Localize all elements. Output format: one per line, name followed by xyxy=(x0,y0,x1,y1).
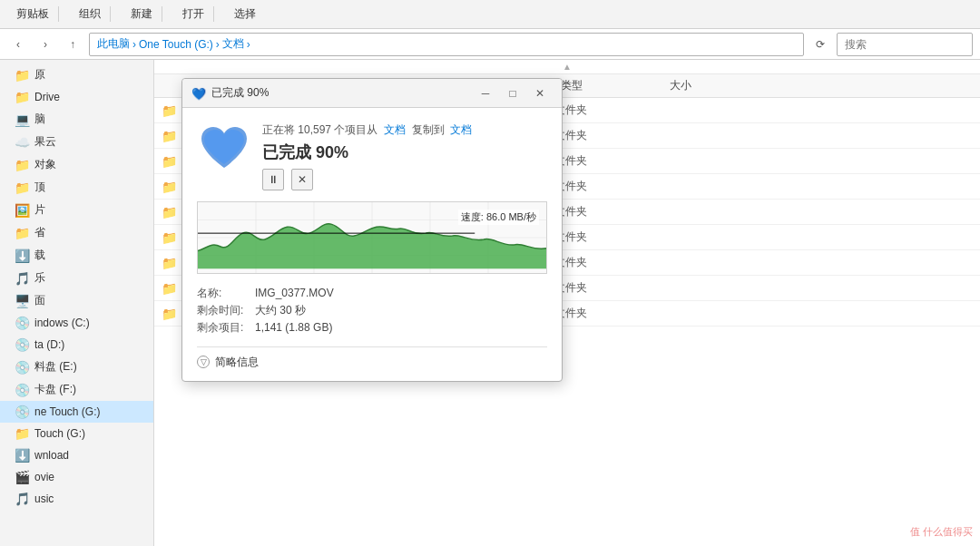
content-area: ▲ 名称 修改日期 类型 大小 📁 2021/4/15 16:45 文件夹 📁 … xyxy=(154,60,980,546)
sidebar-label-9: 乐 xyxy=(34,270,45,286)
sidebar-label-17: wnload xyxy=(34,449,69,462)
copy-subtitle-text: 正在将 10,597 个项目从 xyxy=(262,123,377,136)
sidebar-label-4: 对象 xyxy=(34,157,56,172)
stop-button[interactable]: ✕ xyxy=(291,169,313,190)
refresh-button[interactable]: ⟳ xyxy=(809,34,831,55)
sidebar-item-18[interactable]: 🎬 ovie xyxy=(0,466,153,488)
address-path[interactable]: 此电脑 › One Touch (G:) › 文档 › xyxy=(89,33,804,56)
file-type-6: 文件夹 xyxy=(554,255,663,270)
sidebar-item-17[interactable]: ⬇️ wnload xyxy=(0,444,153,466)
toolbar: 剪贴板 组织 新建 打开 选择 xyxy=(0,0,980,29)
path-drive[interactable]: One Touch (G:) xyxy=(139,38,213,51)
sidebar-item-0[interactable]: 📁 原 xyxy=(0,63,153,86)
addressbar: ‹ › ↑ 此电脑 › One Touch (G:) › 文档 › ⟳ xyxy=(0,29,980,60)
summary-toggle[interactable]: ▽ 简略信息 xyxy=(197,355,547,370)
sidebar-label-19: usic xyxy=(34,492,54,505)
sidebar-item-13[interactable]: 💿 料盘 (E:) xyxy=(0,356,153,378)
sidebar-item-5[interactable]: 📁 顶 xyxy=(0,176,153,199)
copy-dialog-icon: 💙 xyxy=(191,86,206,101)
sidebar-item-4[interactable]: 📁 对象 xyxy=(0,153,153,176)
sidebar-label-18: ovie xyxy=(34,471,54,483)
up-button[interactable]: ↑ xyxy=(62,34,83,55)
file-type-2: 文件夹 xyxy=(554,153,663,169)
toolbar-organize: 组织 xyxy=(70,6,111,22)
folder-icon: 📁 xyxy=(162,205,177,219)
sidebar-item-8[interactable]: ⬇️ 载 xyxy=(0,244,153,267)
sidebar-item-3[interactable]: ☁️ 果云 xyxy=(0,131,153,153)
dialog-subtitle: 正在将 10,597 个项目从 文档 复制到 文档 xyxy=(262,122,547,138)
file-type-4: 文件夹 xyxy=(554,204,663,219)
sidebar-label-11: indows (C:) xyxy=(34,317,90,329)
sidebar-item-1[interactable]: 📁 Drive xyxy=(0,86,153,108)
sidebar-item-7[interactable]: 📁 省 xyxy=(0,221,153,244)
clipboard-label: 剪贴板 xyxy=(16,6,49,22)
toolbar-new: 新建 xyxy=(122,6,162,22)
dialog-info: 正在将 10,597 个项目从 文档 复制到 文档 已完成 90% ⏸ ✕ xyxy=(262,122,547,190)
dialog-minimize-button[interactable]: ─ xyxy=(473,83,498,103)
sidebar-item-9[interactable]: 🎵 乐 xyxy=(0,267,153,289)
file-type-1: 文件夹 xyxy=(554,128,663,143)
filename-value: IMG_0377.MOV xyxy=(255,285,334,302)
main-layout: 📁 原 📁 Drive 💻 脑 ☁️ 果云 📁 对象 📁 顶 🖼️ 片 📁 xyxy=(0,60,980,546)
sidebar-item-2[interactable]: 💻 脑 xyxy=(0,108,153,131)
folder-icon: 🎵 xyxy=(15,492,30,506)
path-computer[interactable]: 此电脑 xyxy=(97,36,130,52)
back-button[interactable]: ‹ xyxy=(7,34,29,55)
sidebar-item-14[interactable]: 💿 卡盘 (F:) xyxy=(0,378,153,401)
sidebar-label-16: Touch (G:) xyxy=(34,427,85,440)
sidebar-label-15: ne Touch (G:) xyxy=(34,405,100,418)
summary-arrow-icon: ▽ xyxy=(197,356,210,368)
path-sep1: › xyxy=(132,38,136,51)
open-label: 打开 xyxy=(182,6,204,22)
sidebar-item-10[interactable]: 🖥️ 面 xyxy=(0,289,153,312)
dialog-titlebar: 💙 已完成 90% ─ □ ✕ xyxy=(182,79,562,108)
sidebar-item-6[interactable]: 🖼️ 片 xyxy=(0,199,153,221)
sidebar-label-0: 原 xyxy=(34,67,45,83)
folder-icon: 📁 xyxy=(162,307,177,321)
col-header-type[interactable]: 类型 xyxy=(561,78,670,93)
detail-items-row: 剩余项目: 1,141 (1.88 GB) xyxy=(197,319,547,336)
path-folder[interactable]: 文档 xyxy=(222,36,244,52)
sidebar-label-12: ta (D:) xyxy=(34,338,64,351)
folder-icon: 📁 xyxy=(162,230,177,245)
sidebar-label-3: 果云 xyxy=(34,134,56,150)
sidebar-item-19[interactable]: 🎵 usic xyxy=(0,488,153,510)
sidebar-label-1: Drive xyxy=(34,91,60,103)
scroll-up-arrow[interactable]: ▲ xyxy=(154,60,980,74)
search-input[interactable] xyxy=(837,33,973,56)
sidebar-item-12[interactable]: 💿 ta (D:) xyxy=(0,334,153,356)
drive-icon: 💿 xyxy=(15,383,30,397)
speed-label: 速度: 86.0 MB/秒 xyxy=(458,210,539,225)
progress-label: 已完成 90% xyxy=(262,141,547,163)
sidebar-item-15[interactable]: 💿 ne Touch (G:) xyxy=(0,401,153,423)
sidebar-label-7: 省 xyxy=(34,225,45,240)
items-value: 1,141 (1.88 GB) xyxy=(255,319,332,336)
forward-button[interactable]: › xyxy=(34,34,56,55)
toolbar-open: 打开 xyxy=(173,6,214,22)
folder-icon: 📁 xyxy=(162,281,177,296)
folder-icon: 📁 xyxy=(162,103,177,118)
dialog-title: 已完成 90% xyxy=(211,85,473,101)
path-sep3: › xyxy=(247,38,250,51)
file-type-7: 文件夹 xyxy=(554,280,663,296)
dialog-maximize-button[interactable]: □ xyxy=(500,83,525,103)
col-header-size[interactable]: 大小 xyxy=(670,78,973,93)
destination-link[interactable]: 文档 xyxy=(384,123,406,136)
pause-button[interactable]: ⏸ xyxy=(262,169,284,190)
drive-icon: 💿 xyxy=(15,316,30,330)
folder-icon: 📁 xyxy=(162,180,177,194)
filename-label: 名称: xyxy=(197,285,251,302)
sidebar-item-16[interactable]: 📁 Touch (G:) xyxy=(0,423,153,444)
dialog-body: 正在将 10,597 个项目从 文档 复制到 文档 已完成 90% ⏸ ✕ xyxy=(182,108,562,381)
folder-icon: 🎵 xyxy=(15,271,30,286)
sidebar-label-6: 片 xyxy=(34,202,45,218)
dialog-close-button[interactable]: ✕ xyxy=(527,83,553,103)
sidebar-label-2: 脑 xyxy=(34,112,45,127)
folder-icon: 📁 xyxy=(15,68,30,83)
folder-icon: 💻 xyxy=(15,112,30,127)
organize-label: 组织 xyxy=(79,6,101,22)
summary-label: 简略信息 xyxy=(215,355,259,370)
folder-icon: ☁️ xyxy=(15,135,30,150)
sidebar-item-11[interactable]: 💿 indows (C:) xyxy=(0,312,153,334)
destination-folder-link[interactable]: 文档 xyxy=(450,123,472,136)
